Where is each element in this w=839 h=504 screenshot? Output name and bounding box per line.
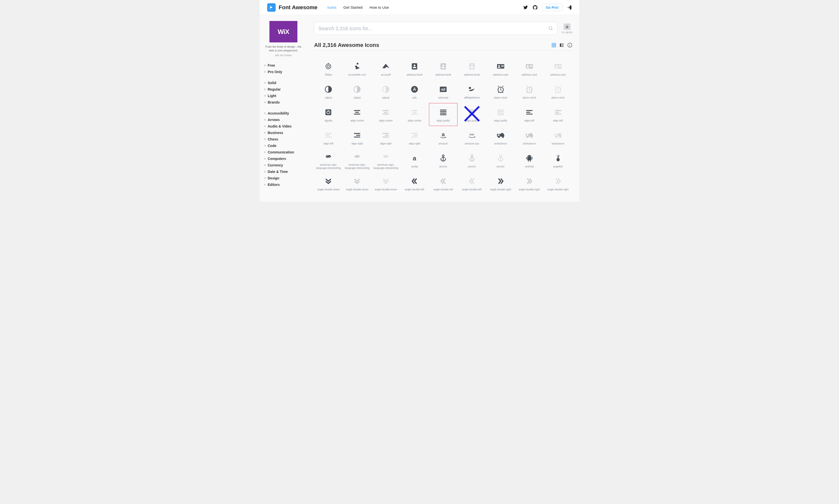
amilia-icon (410, 153, 419, 163)
icon-cell-algolia[interactable]: algolia (314, 103, 343, 126)
icon-cell-align-left[interactable]: align-left (314, 126, 343, 149)
icon-cell-address-book[interactable]: address-book (457, 57, 486, 80)
angle-double-down-icon (324, 176, 333, 186)
info-icon[interactable] (567, 43, 572, 48)
icon-cell-address-book[interactable]: address-book (429, 57, 458, 80)
filter-code[interactable]: Code (260, 142, 307, 149)
nav-get-started[interactable]: Get Started (343, 5, 363, 10)
icon-cell-adjust[interactable]: adjust (343, 80, 371, 103)
filter-editors[interactable]: Editors (260, 181, 307, 188)
icon-cell-alarm-clock[interactable]: alarm-clock (486, 80, 515, 103)
icon-label: align-right (351, 142, 363, 145)
nav-icons[interactable]: Icons (327, 5, 336, 10)
icon-cell-ambulance[interactable]: ambulance (486, 126, 515, 149)
icon-cell-amilia[interactable]: amilia (400, 149, 429, 172)
icon-cell-angellist[interactable]: angellist (544, 149, 572, 172)
icon-cell-affiliatetheme[interactable]: affiliatetheme (457, 80, 486, 103)
search-input[interactable] (314, 22, 557, 35)
icon-label: angle-double-right (519, 188, 540, 191)
icon-cell-angle-double-down[interactable]: angle-double-down (343, 172, 371, 195)
icon-cell-align-justify[interactable]: align-justify (486, 103, 515, 126)
icon-cell-angle-double-left[interactable]: angle-double-left (457, 172, 486, 195)
icon-cell-angle-double-down[interactable]: angle-double-down (314, 172, 343, 195)
twitter-icon[interactable] (523, 5, 528, 10)
icon-cell-angle-double-left[interactable]: angle-double-left (400, 172, 429, 195)
filter-date-time[interactable]: Date & Time (260, 168, 307, 175)
icon-cell-address-book[interactable]: address-book (400, 57, 429, 80)
icon-label: android (525, 165, 534, 168)
filter-currency[interactable]: Currency (260, 162, 307, 168)
icon-cell-address-card[interactable]: address-card (486, 57, 515, 80)
brand[interactable]: Font Awesome (267, 3, 317, 12)
sidebar-ad[interactable]: WiX Push the limits of design - the web … (260, 18, 307, 59)
icon-cell-align-center[interactable]: align-center (343, 103, 371, 126)
filter-audio-video[interactable]: Audio & Video (260, 123, 307, 129)
icon-cell-align-right[interactable]: align-right (400, 126, 429, 149)
icon-label: ambulance (552, 142, 564, 145)
icon-cell-address-card[interactable]: address-card (544, 57, 572, 80)
icon-cell-address-card[interactable]: address-card (515, 57, 544, 80)
icon-cell-angle-double-right[interactable]: angle-double-right (515, 172, 544, 195)
icon-cell-align-justify[interactable]: align-justify (429, 103, 458, 126)
icon-cell-anchor[interactable]: anchor (429, 149, 458, 172)
algolia-attribution[interactable]: by algolia (562, 23, 572, 34)
filter-brands[interactable]: Brands (260, 99, 307, 106)
icon-cell-adversal[interactable]: adversal (429, 80, 458, 103)
grid-view-icon[interactable] (551, 43, 556, 48)
icon-cell-american-sign-language-interpreting[interactable]: american-sign-language-interpreting (314, 149, 343, 172)
list-view-icon[interactable] (559, 43, 564, 48)
icon-cell-angle-double-right[interactable]: angle-double-right (544, 172, 572, 195)
icon-cell-alarm-clock[interactable]: alarm-clock (515, 80, 544, 103)
icon-label: alarm-clock (494, 96, 507, 99)
icon-cell-amazon[interactable]: amazon (429, 126, 458, 149)
filter-design[interactable]: Design (260, 175, 307, 181)
angle-double-left-icon (468, 176, 476, 186)
icon-label: alarm-clock (551, 96, 565, 99)
filter-free[interactable]: Free (260, 62, 307, 69)
icon-cell-angle-double-down[interactable]: angle-double-down (371, 172, 400, 195)
icon-cell-ambulance[interactable]: ambulance (544, 126, 572, 149)
filter-pro-only[interactable]: Pro Only (260, 69, 307, 75)
icon-cell-android[interactable]: android (515, 149, 544, 172)
align-left-icon (554, 107, 563, 118)
icon-cell-adjust[interactable]: adjust (371, 80, 400, 103)
sign-in-icon[interactable] (567, 5, 572, 10)
filter-arrows[interactable]: Arrows (260, 116, 307, 123)
icon-cell-align-left[interactable]: align-left (515, 103, 544, 126)
icon-cell-align-center[interactable]: align-center (371, 103, 400, 126)
filter-chess[interactable]: Chess (260, 136, 307, 142)
bullet-icon (264, 164, 266, 166)
go-pro-button[interactable]: Go Pro! (542, 4, 562, 11)
icon-cell-accusoft[interactable]: accusoft (371, 57, 400, 80)
icon-cell-anchor[interactable]: anchor (486, 149, 515, 172)
icon-cell-align-justify[interactable]: align-justify (457, 103, 486, 126)
icon-cell-adn[interactable]: adn (400, 80, 429, 103)
icon-cell-alarm-clock[interactable]: alarm-clock (544, 80, 572, 103)
icon-cell-ambulance[interactable]: ambulance (515, 126, 544, 149)
icon-cell-american-sign-language-interpreting[interactable]: american-sign-language-interpreting (371, 149, 400, 172)
icon-cell-angle-double-left[interactable]: angle-double-left (429, 172, 458, 195)
icon-cell-500px[interactable]: 500px (314, 57, 343, 80)
filter-regular[interactable]: Regular (260, 86, 307, 93)
icon-cell-accessible-icon[interactable]: accessible-icon (343, 57, 371, 80)
filter-business[interactable]: Business (260, 129, 307, 136)
icon-cell-align-right[interactable]: align-right (371, 126, 400, 149)
filter-communication[interactable]: Communication (260, 149, 307, 156)
filter-light[interactable]: Light (260, 93, 307, 99)
icon-cell-american-sign-language-interpreting[interactable]: american-sign-language-interpreting (343, 149, 371, 172)
icon-cell-align-center[interactable]: align-center (400, 103, 429, 126)
github-icon[interactable] (532, 5, 538, 10)
filter-accessibility[interactable]: Accessibility (260, 110, 307, 116)
icon-cell-align-right[interactable]: align-right (343, 126, 371, 149)
icon-cell-amazon-pay[interactable]: amazon-pay (457, 126, 486, 149)
filter-computers[interactable]: Computers (260, 156, 307, 162)
icon-label: angellist (553, 165, 563, 168)
icon-cell-anchor[interactable]: anchor (457, 149, 486, 172)
icon-cell-angle-double-right[interactable]: angle-double-right (486, 172, 515, 195)
icon-cell-adjust[interactable]: adjust (314, 80, 343, 103)
icon-cell-align-left[interactable]: align-left (544, 103, 572, 126)
nav-how-to-use[interactable]: How to Use (370, 5, 389, 10)
filter-solid[interactable]: Solid (260, 79, 307, 86)
icon-label: affiliatetheme (464, 96, 480, 99)
angle-double-left-icon (410, 176, 419, 186)
